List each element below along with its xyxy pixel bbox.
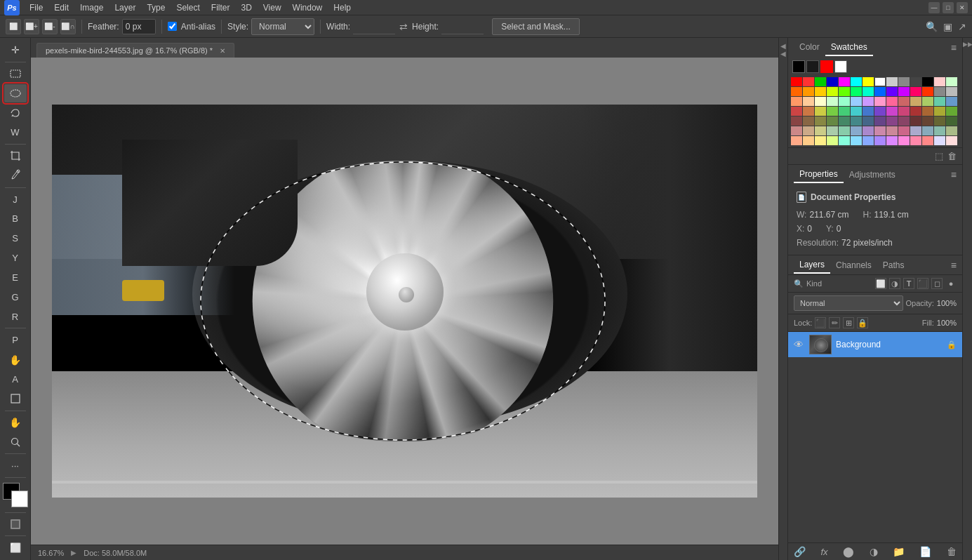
swatch[interactable] bbox=[934, 97, 945, 106]
filter-shape-icon[interactable]: ⬛ bbox=[917, 278, 928, 289]
tab-adjustments[interactable]: Adjustments bbox=[844, 167, 901, 182]
quick-select-tool[interactable]: W bbox=[4, 123, 27, 142]
gradient-tool[interactable]: G bbox=[4, 288, 27, 307]
menu-file[interactable]: File bbox=[24, 1, 48, 14]
shape-tool[interactable] bbox=[4, 389, 27, 408]
swatch[interactable] bbox=[851, 97, 862, 106]
swatch[interactable] bbox=[815, 107, 826, 116]
swatch[interactable] bbox=[898, 97, 910, 106]
props-panel-menu[interactable]: ≡ bbox=[951, 169, 957, 180]
menu-type[interactable]: Type bbox=[141, 1, 171, 14]
menu-view[interactable]: View bbox=[258, 1, 287, 14]
swatch[interactable] bbox=[874, 136, 886, 145]
swatch[interactable] bbox=[886, 136, 898, 145]
swatch[interactable] bbox=[898, 87, 910, 96]
menu-edit[interactable]: Edit bbox=[48, 1, 74, 14]
blend-mode-dropdown[interactable]: Normal bbox=[794, 295, 903, 311]
zoom-tool[interactable] bbox=[4, 433, 27, 452]
black-swatch[interactable] bbox=[792, 60, 805, 73]
swatch[interactable] bbox=[815, 77, 826, 86]
swap-icon[interactable]: ⇄ bbox=[399, 21, 408, 32]
swatch[interactable] bbox=[874, 97, 886, 106]
swatch[interactable] bbox=[874, 126, 886, 135]
tab-layers[interactable]: Layers bbox=[794, 257, 830, 274]
swatch[interactable] bbox=[898, 77, 910, 86]
filter-type-icon[interactable]: T bbox=[903, 278, 914, 289]
swatch[interactable] bbox=[898, 107, 910, 116]
healing-tool[interactable]: J bbox=[4, 190, 27, 209]
swatch[interactable] bbox=[803, 77, 814, 86]
swatch[interactable] bbox=[827, 97, 838, 106]
swatch[interactable] bbox=[839, 126, 850, 135]
swatch[interactable] bbox=[922, 87, 933, 96]
height-input[interactable] bbox=[441, 19, 484, 34]
clone-tool[interactable]: S bbox=[4, 229, 27, 248]
eraser-tool[interactable]: E bbox=[4, 268, 27, 287]
swatch[interactable] bbox=[827, 136, 838, 145]
blur-tool[interactable]: R bbox=[4, 307, 27, 326]
swatch[interactable] bbox=[851, 116, 862, 126]
quick-mask-btn[interactable] bbox=[4, 515, 27, 534]
swatch[interactable] bbox=[910, 77, 921, 86]
path-select-tool[interactable]: A bbox=[4, 370, 27, 389]
swatch[interactable] bbox=[934, 77, 945, 86]
crop-tool[interactable] bbox=[4, 147, 27, 166]
tab-swatches[interactable]: Swatches bbox=[825, 39, 873, 56]
new-selection-btn[interactable]: ⬜ bbox=[6, 19, 21, 34]
swatch[interactable] bbox=[946, 136, 957, 145]
new-adj-layer-btn[interactable]: ◑ bbox=[870, 546, 878, 557]
lock-artboard-btn[interactable]: ⊞ bbox=[843, 317, 854, 328]
swatch[interactable] bbox=[946, 97, 957, 106]
swatch[interactable] bbox=[839, 77, 850, 86]
swatch[interactable] bbox=[839, 107, 850, 116]
create-group-icon[interactable]: ⬚ bbox=[935, 151, 943, 161]
menu-filter[interactable]: Filter bbox=[206, 1, 236, 14]
swatch[interactable] bbox=[791, 136, 802, 145]
swatch[interactable] bbox=[815, 87, 826, 96]
collapse-right-icon[interactable]: ▶▶ bbox=[963, 41, 973, 48]
rect-marquee-tool[interactable] bbox=[4, 65, 27, 84]
dark-swatch[interactable] bbox=[806, 60, 819, 73]
swatch[interactable] bbox=[886, 126, 898, 135]
swatch[interactable] bbox=[827, 116, 838, 126]
tab-properties[interactable]: Properties bbox=[794, 166, 844, 183]
swatch[interactable] bbox=[863, 126, 874, 135]
tab-close-btn[interactable]: ✕ bbox=[220, 47, 225, 55]
swatch[interactable] bbox=[839, 116, 850, 126]
swatch[interactable] bbox=[863, 136, 874, 145]
delete-swatch-icon[interactable]: 🗑 bbox=[947, 151, 957, 161]
white-swatch[interactable] bbox=[834, 60, 847, 73]
intersect-selection-btn[interactable]: ⬜∩ bbox=[60, 19, 76, 34]
swatch[interactable] bbox=[886, 116, 898, 126]
swatch[interactable] bbox=[839, 87, 850, 96]
swatch[interactable] bbox=[922, 77, 933, 86]
filter-adjust-icon[interactable]: ◑ bbox=[889, 278, 900, 289]
swatch[interactable] bbox=[815, 97, 826, 106]
swatch[interactable] bbox=[886, 97, 898, 106]
swatch[interactable] bbox=[922, 126, 933, 135]
swatch[interactable] bbox=[791, 97, 802, 106]
swatch[interactable] bbox=[803, 126, 814, 135]
window-close[interactable]: ✕ bbox=[957, 2, 968, 13]
swatch[interactable] bbox=[791, 77, 802, 86]
swatch[interactable] bbox=[934, 87, 945, 96]
document-tab[interactable]: pexels-mike-bird-244553.jpg @ 16.7% (RGB… bbox=[36, 43, 234, 58]
menu-3d[interactable]: 3D bbox=[235, 1, 257, 14]
brush-tool[interactable]: B bbox=[4, 209, 27, 228]
swatch[interactable] bbox=[898, 116, 910, 126]
swatch[interactable] bbox=[827, 107, 838, 116]
lasso-tool[interactable] bbox=[4, 103, 27, 122]
swatch[interactable] bbox=[946, 87, 957, 96]
tab-color[interactable]: Color bbox=[794, 39, 825, 56]
swatch[interactable] bbox=[910, 116, 921, 126]
swatch[interactable] bbox=[886, 77, 898, 86]
new-group-btn[interactable]: 📁 bbox=[893, 546, 905, 557]
swatch[interactable] bbox=[791, 107, 802, 116]
swatch[interactable] bbox=[803, 87, 814, 96]
swatch[interactable] bbox=[863, 97, 874, 106]
swatch[interactable] bbox=[910, 107, 921, 116]
swatch[interactable] bbox=[815, 116, 826, 126]
filter-toggle[interactable]: ● bbox=[945, 278, 957, 289]
swatch[interactable] bbox=[803, 136, 814, 145]
status-arrow[interactable]: ▶ bbox=[71, 549, 76, 556]
